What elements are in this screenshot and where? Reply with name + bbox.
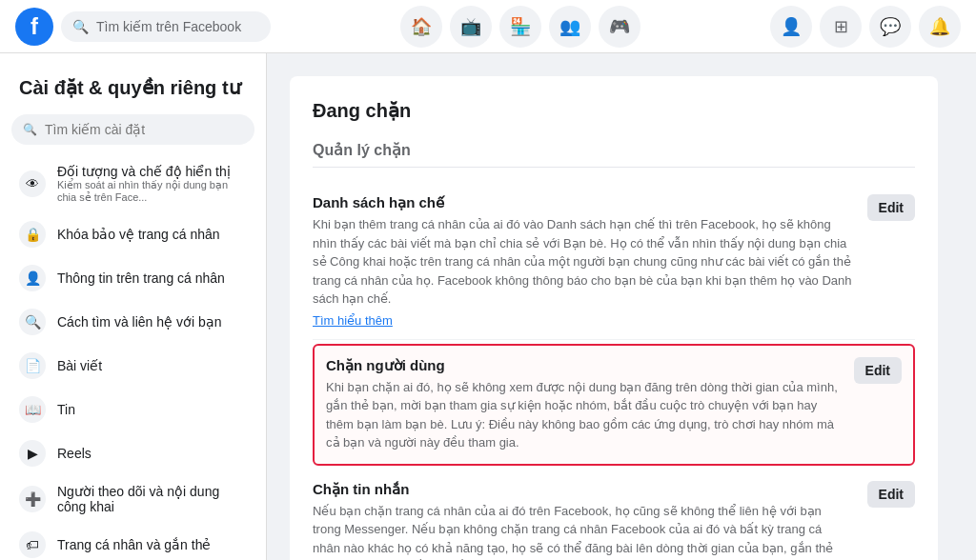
video-nav-btn[interactable]: 📺: [450, 6, 492, 48]
sidebar-item-label: Đối tượng và chế độ hiển thị: [57, 164, 247, 179]
sidebar-item-label: Khóa bảo vệ trang cá nhân: [57, 227, 220, 242]
sidebar-item-label: Tin: [57, 402, 75, 417]
block-users-title: Chặn người dùng: [326, 357, 839, 374]
sidebar-item-desc: Kiểm soát ai nhìn thấy nội dung bạn chia…: [57, 179, 247, 204]
games-nav-btn[interactable]: 🎮: [599, 6, 640, 48]
sidebar-item-lock[interactable]: 🔒 Khóa bảo vệ trang cá nhân: [8, 213, 258, 255]
restricted-list-link[interactable]: Tìm hiểu thêm: [313, 313, 393, 328]
sidebar-item-followers[interactable]: ➕ Người theo dõi và nội dung công khai: [8, 476, 258, 522]
audience-icon: 👁: [19, 170, 46, 197]
profile-nav-btn[interactable]: 👤: [770, 6, 812, 48]
store-nav-btn[interactable]: 🏪: [499, 6, 541, 48]
sidebar-item-label: Người theo dõi và nội dung công khai: [57, 484, 247, 514]
restricted-list-section: Danh sách hạn chế Khi bạn thêm trang cá …: [313, 183, 915, 340]
sidebar-item-label: Trang cá nhân và gắn thẻ: [57, 537, 211, 552]
sidebar-item-label: Bài viết: [57, 358, 102, 373]
restricted-list-edit-btn[interactable]: Edit: [867, 194, 915, 221]
sidebar-item-profile-tag[interactable]: 🏷 Trang cá nhân và gắn thẻ: [8, 524, 258, 560]
nav-logo: f: [15, 8, 53, 46]
block-messages-title: Chặn tin nhắn: [313, 481, 852, 498]
search-icon: 🔍: [72, 19, 89, 34]
block-users-edit-btn[interactable]: Edit: [854, 357, 902, 384]
content-area: Đang chặn Quản lý chặn Danh sách hạn chế…: [267, 53, 976, 560]
content-title: Đang chặn: [313, 99, 915, 122]
sidebar-item-audience[interactable]: 👁 Đối tượng và chế độ hiển thị Kiểm soát…: [8, 156, 258, 211]
sidebar-item-info[interactable]: 👤 Thông tin trên trang cá nhân: [8, 257, 258, 299]
block-messages-section: Chặn tin nhắn Nếu bạn chặn trang cá nhân…: [313, 470, 915, 561]
nav-search-bar[interactable]: 🔍 Tìm kiếm trên Facebook: [61, 11, 271, 42]
lock-icon: 🔒: [19, 221, 46, 248]
messenger-nav-btn[interactable]: 💬: [869, 6, 911, 48]
sidebar-item-posts[interactable]: 📄 Bài viết: [8, 345, 258, 387]
sidebar-item-label: Reels: [57, 446, 92, 461]
sidebar-item-reels[interactable]: ▶ Reels: [8, 432, 258, 474]
block-users-section: Chặn người dùng Khi bạn chặn ai đó, họ s…: [313, 344, 915, 466]
nav-search-placeholder: Tìm kiếm trên Facebook: [96, 19, 241, 34]
friends-nav-btn[interactable]: 👥: [549, 6, 591, 48]
sidebar: Cài đặt & quyền riêng tư 🔍 👁 Đối tượng v…: [0, 53, 267, 560]
find-icon: 🔍: [19, 309, 46, 335]
posts-icon: 📄: [19, 352, 46, 379]
sidebar-title: Cài đặt & quyền riêng tư: [8, 69, 258, 107]
restricted-list-desc: Khi bạn thêm trang cá nhân của ai đó vào…: [313, 215, 852, 309]
menu-nav-btn[interactable]: ⊞: [820, 6, 862, 48]
tag-icon: 🏷: [19, 531, 46, 558]
restricted-list-title: Danh sách hạn chế: [313, 194, 852, 211]
reels-icon: ▶: [19, 440, 46, 467]
block-messages-desc: Nếu bạn chặn trang cá nhân của ai đó trê…: [313, 502, 852, 561]
sidebar-item-label: Cách tìm và liên hệ với bạn: [57, 314, 222, 330]
notifications-nav-btn[interactable]: 🔔: [919, 6, 961, 48]
sidebar-search-input[interactable]: [45, 122, 243, 137]
manage-label: Quản lý chặn: [313, 141, 915, 168]
sidebar-item-label: Thông tin trên trang cá nhân: [57, 270, 225, 286]
home-nav-btn[interactable]: 🏠: [400, 6, 442, 48]
followers-icon: ➕: [19, 486, 46, 512]
sidebar-item-news[interactable]: 📖 Tin: [8, 389, 258, 430]
block-messages-edit-btn[interactable]: Edit: [867, 481, 915, 508]
sidebar-item-find[interactable]: 🔍 Cách tìm và liên hệ với bạn: [8, 301, 258, 343]
block-users-desc: Khi bạn chặn ai đó, họ sẽ không xem được…: [326, 378, 839, 452]
sidebar-search-icon: 🔍: [23, 123, 37, 136]
info-icon: 👤: [19, 265, 46, 291]
news-icon: 📖: [19, 396, 46, 423]
